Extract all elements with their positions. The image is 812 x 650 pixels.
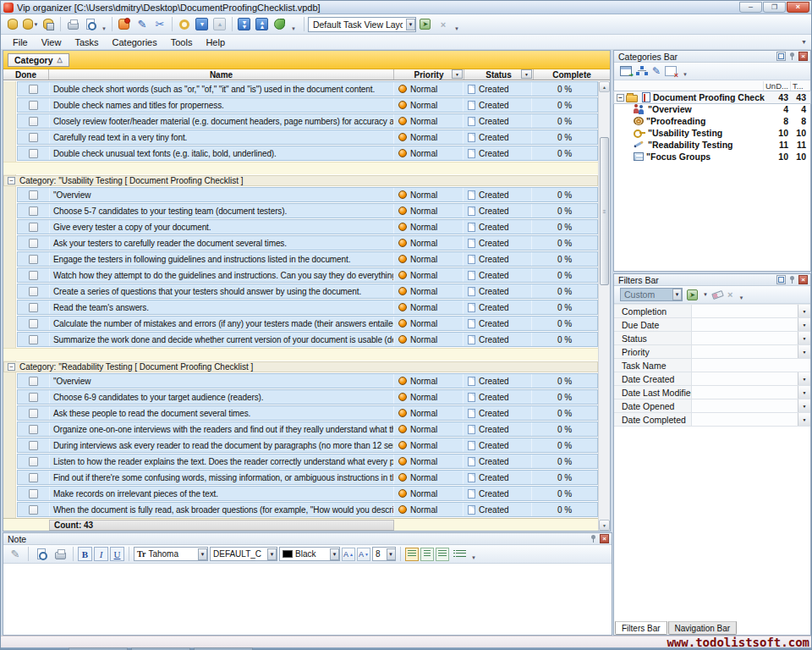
add-subcategory-icon[interactable] bbox=[636, 66, 648, 76]
bold-button[interactable]: B bbox=[78, 547, 92, 561]
task-row[interactable]: Give every tester a copy of your documen… bbox=[17, 219, 598, 234]
task-checkbox[interactable] bbox=[29, 473, 38, 482]
collapse-group-icon[interactable]: − bbox=[8, 177, 15, 185]
group-header-row[interactable]: −Category: "Usability Testing [ Document… bbox=[3, 175, 598, 186]
collapse-tree-icon[interactable]: − bbox=[617, 94, 624, 102]
column-header-status[interactable]: Status▼ bbox=[464, 69, 534, 80]
task-checkbox[interactable] bbox=[29, 101, 38, 110]
print-button[interactable] bbox=[64, 16, 81, 33]
tab-filters-bar[interactable]: Filters Bar bbox=[615, 621, 667, 635]
save-database-button[interactable] bbox=[40, 16, 57, 33]
menu-item-view[interactable]: View bbox=[35, 36, 69, 49]
delete-task-button[interactable]: ✂ bbox=[151, 16, 168, 33]
pin-icon[interactable] bbox=[787, 52, 797, 61]
note-content-area[interactable] bbox=[3, 565, 612, 635]
italic-button[interactable]: I bbox=[94, 547, 108, 561]
scroll-down-icon[interactable]: ▼ bbox=[599, 520, 610, 531]
group-by-category-button[interactable]: Category △ bbox=[8, 53, 69, 67]
task-checkbox[interactable] bbox=[29, 223, 38, 232]
toolbar-overflow-icon[interactable]: ▼ bbox=[102, 26, 107, 34]
edit-note-button[interactable]: ✎ bbox=[7, 546, 24, 563]
font-size-combo[interactable]: 8 ▼ bbox=[372, 547, 396, 561]
task-view-layout-combo[interactable]: Default Task View Layout ▼ bbox=[308, 17, 416, 32]
task-checkbox[interactable] bbox=[29, 409, 38, 418]
filter-dropdown-button[interactable]: ▼ bbox=[798, 318, 810, 331]
filter-dropdown-button[interactable]: ▼ bbox=[798, 372, 810, 385]
task-row[interactable]: Choose 5-7 candidates to your testing te… bbox=[17, 203, 598, 218]
complete-task-button[interactable] bbox=[176, 16, 193, 33]
close-button[interactable] bbox=[787, 2, 809, 13]
filter-value-input[interactable] bbox=[692, 345, 798, 358]
column-header-complete[interactable]: Complete bbox=[534, 69, 610, 80]
open-database-button[interactable]: ▼ bbox=[22, 16, 39, 33]
underline-button[interactable]: U bbox=[110, 547, 124, 561]
pin-icon[interactable] bbox=[589, 534, 598, 543]
combo-dropdown-icon[interactable]: ▼ bbox=[198, 548, 207, 560]
task-row[interactable]: Create a series of questions that your t… bbox=[17, 284, 598, 299]
task-checkbox[interactable] bbox=[29, 319, 38, 328]
font-color-combo[interactable]: Black ▼ bbox=[279, 547, 340, 561]
align-center-button[interactable] bbox=[420, 548, 434, 561]
new-database-button[interactable] bbox=[4, 16, 21, 33]
category-tree-item[interactable]: "Readability Testing1111 bbox=[614, 139, 810, 151]
save-layout-button[interactable]: ➤ bbox=[417, 16, 434, 33]
column-header-total[interactable]: T... bbox=[790, 81, 810, 91]
task-row[interactable]: Read the team's answers.NormalCreated0 % bbox=[17, 300, 598, 315]
delete-layout-button[interactable]: × bbox=[435, 16, 452, 33]
task-checkbox[interactable] bbox=[29, 489, 38, 499]
task-checkbox[interactable] bbox=[29, 149, 38, 158]
close-panel-icon[interactable] bbox=[798, 275, 808, 284]
filter-value-input[interactable] bbox=[692, 318, 798, 331]
menu-item-tasks[interactable]: Tasks bbox=[68, 36, 105, 49]
minimize-button[interactable] bbox=[739, 2, 762, 13]
task-row[interactable]: Calculate the number of mistakes and err… bbox=[17, 316, 598, 331]
task-checkbox[interactable] bbox=[29, 393, 38, 402]
menubar-overflow-icon[interactable]: ▼ bbox=[801, 39, 807, 45]
task-row[interactable]: Choose 6-9 candidates to your target aud… bbox=[17, 389, 598, 405]
task-checkbox[interactable] bbox=[29, 505, 38, 515]
task-row[interactable]: Summarize the work done and decide wheth… bbox=[17, 332, 598, 347]
grow-font-button[interactable]: A▲ bbox=[342, 548, 355, 561]
move-down-button[interactable]: ▼ bbox=[194, 16, 211, 33]
restore-panel-icon[interactable] bbox=[776, 275, 786, 284]
expand-all-button[interactable]: ▼▼ bbox=[236, 16, 253, 33]
task-checkbox[interactable] bbox=[29, 239, 38, 248]
task-row[interactable]: When the document is fully read, ask bro… bbox=[17, 502, 598, 517]
collapse-group-icon[interactable]: − bbox=[8, 363, 15, 371]
task-checkbox[interactable] bbox=[29, 303, 38, 312]
task-checkbox[interactable] bbox=[29, 335, 38, 344]
filter-value-input[interactable] bbox=[692, 372, 798, 385]
filter-dropdown-button[interactable]: ▼ bbox=[798, 399, 810, 412]
note-print-button[interactable] bbox=[52, 546, 69, 563]
filter-dropdown-button[interactable]: ▼ bbox=[798, 305, 810, 317]
combo-dropdown-icon[interactable]: ▼ bbox=[387, 548, 396, 560]
task-checkbox[interactable] bbox=[29, 207, 38, 216]
task-row[interactable]: Make records on irrelevant pieces of the… bbox=[17, 486, 598, 501]
task-checkbox[interactable] bbox=[29, 425, 38, 434]
task-row[interactable]: Carefully read text in a very tiny font.… bbox=[17, 129, 598, 145]
font-family-combo[interactable]: Tr Tahoma ▼ bbox=[134, 547, 208, 561]
toolbar-overflow-icon[interactable]: ▼ bbox=[291, 26, 296, 34]
combo-dropdown-icon[interactable]: ▼ bbox=[672, 289, 682, 300]
task-checkbox[interactable] bbox=[29, 441, 38, 450]
task-checkbox[interactable] bbox=[29, 117, 38, 126]
group-header-row[interactable]: −Category: "Readability Testing [ Docume… bbox=[3, 361, 598, 372]
task-checkbox[interactable] bbox=[29, 287, 38, 296]
priority-filter-dropdown-icon[interactable]: ▼ bbox=[452, 69, 463, 79]
combo-dropdown-icon[interactable]: ▼ bbox=[330, 548, 339, 560]
tab-navigation-bar[interactable]: Navigation Bar bbox=[668, 621, 738, 635]
vertical-scrollbar[interactable]: ▲ ▼ bbox=[598, 81, 610, 531]
toolbar-overflow-icon[interactable]: ▼ bbox=[454, 26, 459, 34]
task-checkbox[interactable] bbox=[29, 271, 38, 280]
task-row[interactable]: Double check short words (such as "or," … bbox=[17, 81, 598, 96]
toolbar-overflow-icon[interactable]: ▼ bbox=[471, 555, 476, 563]
column-header-name[interactable]: Name bbox=[49, 69, 394, 80]
category-tree-item[interactable]: "Usability Testing1010 bbox=[614, 127, 810, 139]
task-checkbox[interactable] bbox=[29, 85, 38, 94]
move-up-button[interactable]: ▲ bbox=[211, 16, 228, 33]
task-row[interactable]: "OverviewNormalCreated0 % bbox=[17, 373, 598, 388]
task-checkbox[interactable] bbox=[29, 133, 38, 142]
menu-item-help[interactable]: Help bbox=[199, 36, 232, 49]
scroll-up-icon[interactable]: ▲ bbox=[599, 81, 610, 92]
align-left-button[interactable] bbox=[405, 548, 419, 561]
